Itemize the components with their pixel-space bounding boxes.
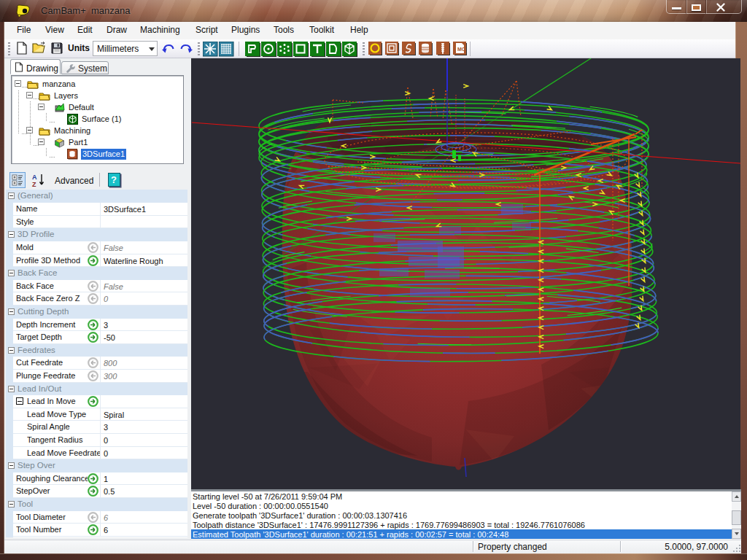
svg-text:Z: Z [32, 181, 36, 187]
svg-text:A: A [32, 174, 37, 181]
svg-text:MC: MC [457, 47, 465, 52]
